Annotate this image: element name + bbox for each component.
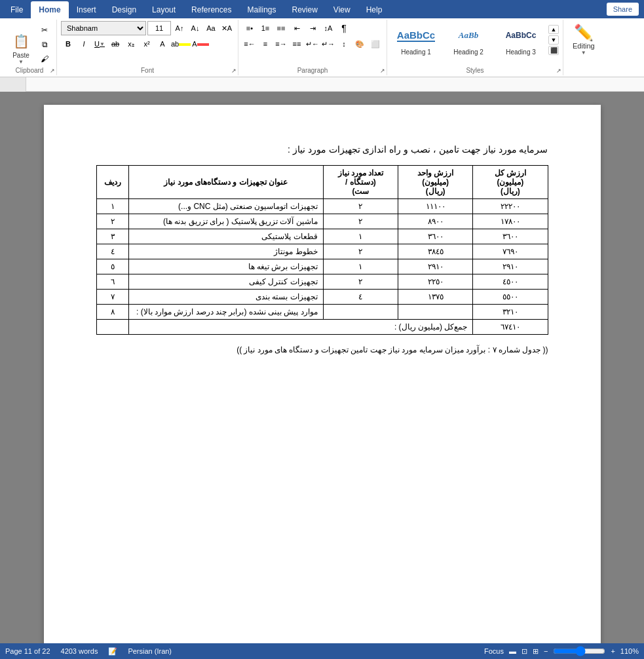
tab-view[interactable]: View [326, 1, 358, 18]
zoom-level: 110% [620, 647, 639, 655]
superscript-button[interactable]: x² [140, 37, 154, 51]
align-left-button[interactable]: ≡← [242, 37, 257, 51]
tab-help[interactable]: Help [358, 1, 390, 18]
tab-insert[interactable]: Insert [69, 1, 104, 18]
clear-format-button[interactable]: ✕A [219, 21, 234, 35]
increase-font-button[interactable]: A↑ [172, 21, 187, 35]
layout-icon-3[interactable]: ⊞ [533, 647, 539, 656]
styles-expand-icon[interactable]: ↗ [556, 67, 561, 74]
cell-tedad-0: ٢ [323, 199, 398, 214]
doc-scroll[interactable]: سرمایه مورد نیاز جهت تامین ، نصب و راه ا… [0, 92, 644, 643]
cell-title-5: تجهیزات کنترل کیفی [128, 274, 323, 290]
tab-layout[interactable]: Layout [144, 1, 183, 18]
ruler-svg: // rendered via inline generation below [26, 77, 644, 91]
cell-tedad-3: ٢ [323, 244, 398, 259]
table-header-row: ارزش کل(میلیون)(ریال) ارزش واحد(میلیون)(… [96, 166, 548, 199]
tab-review[interactable]: Review [284, 1, 325, 18]
layout-icon-2[interactable]: ⊡ [521, 647, 527, 656]
editing-dropdown-arrow[interactable]: ▼ [581, 50, 586, 56]
language-icon: 📝 [108, 647, 117, 656]
zoom-slider[interactable] [553, 646, 605, 656]
focus-button[interactable]: Focus [484, 647, 504, 655]
bold-button[interactable]: B [61, 37, 75, 51]
underline-button[interactable]: U ▼ [92, 37, 107, 51]
cell-tedad-2: ١ [323, 229, 398, 244]
heading2-preview: AaBb [449, 24, 488, 47]
heading1-style[interactable]: AaBbCc Heading 1 [391, 21, 441, 58]
sort-button[interactable]: ↕A [321, 21, 335, 35]
styles-scroll-down[interactable]: ▼ [548, 35, 559, 45]
svg-rect-0 [26, 77, 644, 91]
cell-kol-5: ٤٥٠٠ [473, 274, 548, 290]
page-info: Page 11 of 22 [5, 647, 50, 655]
decrease-indent-button[interactable]: ⇤ [290, 21, 304, 35]
tab-home[interactable]: Home [31, 1, 68, 18]
font-case-button[interactable]: Aa [204, 21, 218, 35]
heading3-preview: AaBbCc [501, 24, 540, 47]
line-spacing-button[interactable]: ↕ [337, 37, 351, 51]
tab-references[interactable]: References [183, 1, 239, 18]
bullets-button[interactable]: ≡• [242, 21, 257, 35]
font-name-select[interactable]: Shabnam [61, 21, 146, 35]
text-highlight-button[interactable]: ab [171, 37, 191, 51]
cell-title-4: تجهیزات برش تیغه ها [128, 259, 323, 274]
table-total-row: ٦٧٤١٠ جمع‌کل (میلیون ریال) : [96, 320, 548, 335]
styles-scroll-up[interactable]: ▲ [548, 25, 559, 34]
italic-button[interactable]: I [77, 37, 91, 51]
clipboard-expand-icon[interactable]: ↗ [50, 67, 55, 74]
cell-rdif-4: ٥ [96, 259, 128, 274]
cell-tedad-1: ٢ [323, 214, 398, 229]
col-header-kol: ارزش کل(میلیون)(ریال) [473, 166, 548, 199]
zoom-in-button[interactable]: + [611, 647, 615, 655]
paste-dropdown-arrow[interactable]: ▼ [18, 59, 24, 65]
doc-section-heading: سرمایه مورد نیاز جهت تامین ، نصب و راه ا… [96, 144, 548, 155]
paragraph-expand-icon[interactable]: ↗ [380, 67, 385, 74]
zoom-out-button[interactable]: − [544, 647, 548, 655]
strikethrough-button[interactable]: ab [108, 37, 123, 51]
align-right-button[interactable]: ≡→ [274, 37, 288, 51]
cell-rdif-0: ١ [96, 199, 128, 214]
copy-button[interactable]: ⧉ [37, 38, 52, 51]
borders-button[interactable]: ⬜ [368, 37, 383, 51]
styles-label: Styles [466, 67, 483, 74]
font-controls: Shabnam A↑ A↓ Aa ✕A B I U ▼ ab x₂ x² A [61, 21, 234, 51]
tab-mailings[interactable]: Mailings [239, 1, 284, 18]
increase-indent-button[interactable]: ⇥ [305, 21, 320, 35]
text-effects-button[interactable]: A [155, 37, 170, 51]
cell-vahed-1: ٨٩٠٠ [398, 214, 473, 229]
cell-kol-2: ٣٦٠٠ [473, 229, 548, 244]
heading3-style[interactable]: AaBbCc Heading 3 [496, 21, 546, 58]
show-formatting-button[interactable]: ¶ [337, 21, 351, 35]
decrease-font-button[interactable]: A↓ [188, 21, 202, 35]
layout-icon-1[interactable]: ▬ [509, 647, 516, 655]
subscript-button[interactable]: x₂ [124, 37, 138, 51]
cell-vahed-3: ٣٨٤٥ [398, 244, 473, 259]
justify-button[interactable]: ≡≡ [290, 37, 304, 51]
ribbon: File Home Insert Design Layout Reference… [0, 0, 644, 77]
editing-button[interactable]: ✏️ Editing ▼ [567, 21, 600, 58]
multilevel-button[interactable]: ≡≡ [274, 21, 288, 35]
cell-kol-1: ١٧٨٠٠ [473, 214, 548, 229]
cell-title-3: خطوط مونتاژ [128, 244, 323, 259]
ltr-button[interactable]: ↵→ [321, 37, 335, 51]
cell-vahed-5: ٢٢٥٠ [398, 274, 473, 290]
tab-share[interactable]: Share [607, 3, 639, 16]
font-expand-icon[interactable]: ↗ [231, 67, 237, 74]
cut-button[interactable]: ✂ [37, 24, 52, 37]
format-painter-button[interactable]: 🖌 [37, 52, 52, 66]
tab-design[interactable]: Design [104, 1, 144, 18]
heading2-style[interactable]: AaBb Heading 2 [444, 21, 493, 58]
cell-kol-0: ٢٢٢٠٠ [473, 199, 548, 214]
rtl-button[interactable]: ↵← [305, 37, 320, 51]
font-color-button[interactable]: A [192, 37, 208, 51]
numbering-button[interactable]: 1≡ [258, 21, 273, 35]
align-center-button[interactable]: ≡ [258, 37, 273, 51]
table-row: ٣٦٠٠ ٣٦٠٠ ١ قطعات پلاستیکی ٣ [96, 229, 548, 244]
cell-title-0: تجهیزات اتوماسیون صنعتی (مثل CNC و...) [128, 199, 323, 214]
shading-button[interactable]: 🎨 [352, 37, 367, 51]
cell-rdif-6: ٧ [96, 290, 128, 305]
tab-file[interactable]: File [3, 1, 31, 18]
font-size-input[interactable] [147, 21, 171, 35]
styles-dropdown[interactable]: ⬛ [548, 46, 559, 55]
paste-button[interactable]: 📋 Paste ▼ [7, 28, 35, 67]
